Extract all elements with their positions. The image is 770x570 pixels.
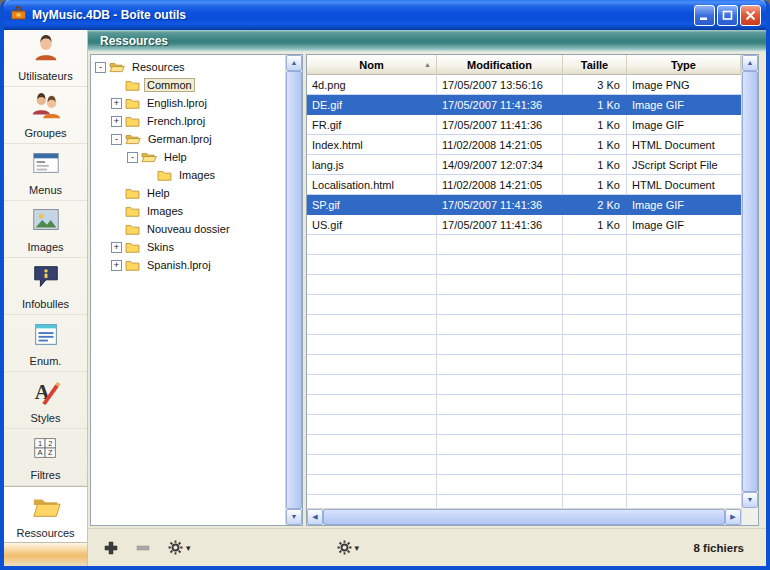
scroll-down-icon[interactable]: ▼ xyxy=(742,492,758,508)
sidebar-item-filtres[interactable]: 12AZ Filtres xyxy=(4,429,87,486)
sidebar-item-enum[interactable]: Enum. xyxy=(4,315,87,372)
options-menu-button[interactable]: ▾ xyxy=(337,540,360,555)
collapse-toggle-icon[interactable]: - xyxy=(95,62,106,73)
table-row[interactable]: SP.gif 17/05/2007 11:41:36 2 Ko Image GI… xyxy=(307,195,741,215)
titlebar[interactable]: MyMusic.4DB - Boîte outils xyxy=(4,0,766,30)
tree-scrollbar[interactable]: ▲ ▼ xyxy=(285,55,302,525)
cell-type: Image GIF xyxy=(627,95,741,115)
column-header-modification[interactable]: Modification xyxy=(437,55,563,75)
tree-item-label: Nouveau dossier xyxy=(144,222,233,236)
table-row[interactable]: FR.gif 17/05/2007 11:41:36 1 Ko Image GI… xyxy=(307,115,741,135)
tree-item-nouveau-dossier[interactable]: Nouveau dossier xyxy=(91,220,285,238)
sidebar-item-groupes[interactable]: Groupes xyxy=(4,87,87,144)
scroll-down-icon[interactable]: ▼ xyxy=(286,509,302,525)
table-row[interactable]: DE.gif 17/05/2007 11:41:36 1 Ko Image GI… xyxy=(307,95,741,115)
scroll-up-icon[interactable]: ▲ xyxy=(742,55,758,71)
collapse-toggle-icon[interactable]: - xyxy=(111,134,122,145)
expand-toggle-icon[interactable]: + xyxy=(111,260,122,271)
table-scrollbar-thumb[interactable] xyxy=(742,71,758,492)
expand-toggle-icon[interactable]: + xyxy=(111,98,122,109)
scroll-up-icon[interactable]: ▲ xyxy=(286,55,302,71)
toolbox-sidebar: Utilisateurs Groupes Menus Images xyxy=(4,30,88,566)
collapse-toggle-icon[interactable]: - xyxy=(127,152,138,163)
dropdown-arrow-icon: ▾ xyxy=(355,543,360,553)
cell-modification: 17/05/2007 11:41:36 xyxy=(437,195,563,215)
tree-item-english-lproj[interactable]: + English.lproj xyxy=(91,94,285,112)
tree-item-german-lproj[interactable]: - German.lproj xyxy=(91,130,285,148)
resources-folder-icon xyxy=(31,491,61,525)
tree-item-resources[interactable]: - Resources xyxy=(91,58,285,76)
expand-toggle-icon[interactable]: + xyxy=(111,116,122,127)
resource-tree-panel: - Resources Common + English.l xyxy=(90,54,303,526)
maximize-button[interactable] xyxy=(717,5,738,26)
tree-item-label: Common xyxy=(144,78,195,92)
tree-item-images[interactable]: Images xyxy=(91,202,285,220)
sidebar-item-images[interactable]: Images xyxy=(4,201,87,258)
sidebar-item-utilisateurs[interactable]: Utilisateurs xyxy=(4,30,87,87)
expand-toggle-icon[interactable]: + xyxy=(111,242,122,253)
cell-taille: 1 Ko xyxy=(563,215,627,235)
tree-item-help[interactable]: Help xyxy=(91,184,285,202)
sidebar-item-label: Filtres xyxy=(31,469,61,481)
tree-item-common[interactable]: Common xyxy=(91,76,285,94)
table-h-scrollbar[interactable]: ◀ ▶ xyxy=(307,508,741,525)
tree-item-label: Images xyxy=(176,168,218,182)
column-header-taille[interactable]: Taille xyxy=(563,55,627,75)
table-scrollbar[interactable]: ▲ ▼ xyxy=(741,55,758,525)
svg-text:Z: Z xyxy=(47,448,52,457)
tree-item-label: Resources xyxy=(129,60,188,74)
sidebar-item-ressources[interactable]: Ressources xyxy=(4,486,87,543)
minimize-button[interactable] xyxy=(694,5,715,26)
expand-toggle-icon xyxy=(111,206,122,217)
sidebar-item-label: Ressources xyxy=(16,527,74,539)
folder-icon xyxy=(125,205,140,217)
scrollbar-corner xyxy=(742,508,758,525)
gear-icon xyxy=(168,540,183,555)
cell-type: HTML Document xyxy=(627,135,741,155)
scroll-right-icon[interactable]: ▶ xyxy=(725,509,741,525)
cell-type: Image PNG xyxy=(627,75,741,95)
column-header-type[interactable]: Type xyxy=(627,55,741,75)
folder-open-icon xyxy=(125,133,141,145)
cell-modification: 17/05/2007 11:41:36 xyxy=(437,215,563,235)
cell-nom: SP.gif xyxy=(307,195,437,215)
folder-icon xyxy=(125,115,140,127)
tree-item-spanish-lproj[interactable]: + Spanish.lproj xyxy=(91,256,285,274)
table-row[interactable]: Localisation.html 11/02/2008 14:21:05 1 … xyxy=(307,175,741,195)
window-controls xyxy=(694,5,761,26)
folder-icon xyxy=(125,187,140,199)
remove-button[interactable] xyxy=(136,541,150,555)
table-row[interactable]: US.gif 17/05/2007 11:41:36 1 Ko Image GI… xyxy=(307,215,741,235)
sidebar-item-label: Styles xyxy=(31,412,61,424)
table-h-scrollbar-thumb[interactable] xyxy=(323,509,725,525)
sidebar-item-label: Images xyxy=(27,241,63,253)
close-button[interactable] xyxy=(740,5,761,26)
cell-type: Image GIF xyxy=(627,195,741,215)
cell-modification: 17/05/2007 11:41:36 xyxy=(437,115,563,135)
cell-modification: 11/02/2008 14:21:05 xyxy=(437,175,563,195)
tree-item-french-lproj[interactable]: + French.lproj xyxy=(91,112,285,130)
sidebar-item-styles[interactable]: A Styles xyxy=(4,372,87,429)
tree-item-label: Help xyxy=(144,186,173,200)
sidebar-item-menus[interactable]: Menus xyxy=(4,144,87,201)
tree-item-skins[interactable]: + Skins xyxy=(91,238,285,256)
cell-modification: 14/09/2007 12:07:34 xyxy=(437,155,563,175)
column-header-nom[interactable]: Nom ▲ xyxy=(307,55,437,75)
sidebar-item-infobulles[interactable]: Infobulles xyxy=(4,258,87,315)
table-row[interactable]: Index.html 11/02/2008 14:21:05 1 Ko HTML… xyxy=(307,135,741,155)
scroll-left-icon[interactable]: ◀ xyxy=(307,509,323,525)
add-button[interactable] xyxy=(104,541,118,555)
cell-nom: DE.gif xyxy=(307,95,437,115)
table-row[interactable]: lang.js 14/09/2007 12:07:34 1 Ko JScript… xyxy=(307,155,741,175)
cell-taille: 1 Ko xyxy=(563,155,627,175)
expand-toggle-icon xyxy=(143,170,154,181)
table-row[interactable]: 4d.png 17/05/2007 13:56:16 3 Ko Image PN… xyxy=(307,75,741,95)
tree-item-images-help[interactable]: Images xyxy=(91,166,285,184)
tooltip-icon xyxy=(31,262,61,296)
tree-scrollbar-thumb[interactable] xyxy=(286,71,302,509)
styles-icon: A xyxy=(31,376,61,410)
minus-icon xyxy=(136,541,150,555)
list-actions-menu-button[interactable]: ▾ xyxy=(168,540,191,555)
tree-item-help-german[interactable]: - Help xyxy=(91,148,285,166)
sidebar-item-label: Infobulles xyxy=(22,298,69,310)
